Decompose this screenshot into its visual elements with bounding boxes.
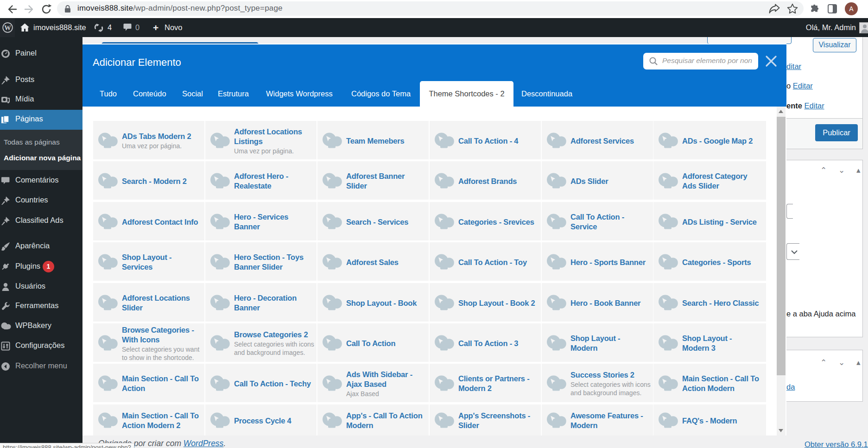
svg-text:W: W <box>4 24 11 32</box>
